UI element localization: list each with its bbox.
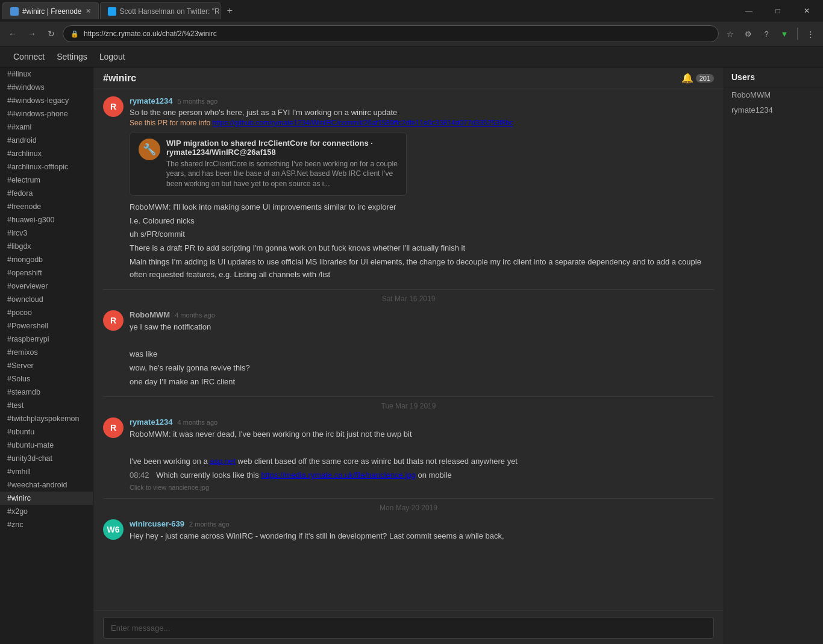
- simple-message: RoboMWM: I'll look into making some UI i…: [130, 201, 714, 214]
- reload-button[interactable]: ↻: [43, 26, 59, 42]
- star-button[interactable]: ☆: [722, 26, 738, 42]
- sidebar-item-weechat[interactable]: #weechat-android: [0, 478, 93, 492]
- sidebar-item-android[interactable]: #android: [0, 134, 93, 147]
- sidebar-item-openshift[interactable]: #openshift: [0, 266, 93, 280]
- simple-message: There is a draft PR to add scripting I'm…: [130, 242, 714, 255]
- sidebar-item-xaml[interactable]: ##xaml: [0, 120, 93, 134]
- sidebar-item-ircv3[interactable]: #ircv3: [0, 227, 93, 240]
- simple-message: Hey hey - just came across WinIRC - wond…: [130, 530, 714, 543]
- simple-message: RoboMWM: it was never dead, I've been wo…: [130, 428, 714, 442]
- sidebar-item-x2go[interactable]: #x2go: [0, 505, 93, 518]
- sidebar-item-twitchplays[interactable]: #twitchplayspokemon: [0, 412, 93, 425]
- browser-actions: ☆ ⚙ ? ▼ ⋮: [722, 26, 818, 42]
- bell-icon: 🔔: [681, 72, 693, 84]
- sidebar-item-powershell[interactable]: #Powershell: [0, 319, 93, 333]
- avatar: W6: [103, 519, 124, 540]
- url-bar[interactable]: 🔒 https://znc.rymate.co.uk/chat/2/%23win…: [63, 25, 719, 42]
- embed-icon: 🔧: [139, 139, 160, 160]
- sidebar-item-freenode[interactable]: #freenode: [0, 200, 93, 213]
- simple-message: ye I saw the notification: [130, 320, 714, 334]
- tab-twitter[interactable]: Scott Hanselman on Twitter: "R... ✕: [100, 2, 221, 19]
- sidebar-item-test[interactable]: #test: [0, 399, 93, 412]
- message-author: rymate1234: [130, 417, 173, 427]
- users-header: Users: [724, 67, 823, 87]
- sidebar-item-owncloud[interactable]: #owncloud: [0, 293, 93, 306]
- avatar: R: [103, 310, 124, 331]
- date-separator: Tue Mar 19 2019: [103, 396, 714, 410]
- nav-connect[interactable]: Connect: [7, 48, 51, 65]
- maximize-button[interactable]: □: [764, 0, 792, 22]
- sidebar-item-huawei[interactable]: #huawei-g300: [0, 213, 93, 227]
- sidebar-item-winirc[interactable]: #winirc: [0, 492, 93, 505]
- sidebar-item-mongodb[interactable]: #mongodb: [0, 253, 93, 266]
- simple-message: 08:42 Which currently looks like this ht…: [130, 469, 714, 483]
- simple-message: was like: [130, 348, 714, 361]
- message-author: winircuser-639: [130, 519, 184, 528]
- sidebar-item-unity3d[interactable]: #unity3d-chat: [0, 452, 93, 465]
- extension-button[interactable]: ⚙: [740, 26, 756, 42]
- simple-message: [130, 441, 714, 455]
- users-panel: Users RoboMWM rymate1234: [724, 67, 823, 644]
- aspnet-link[interactable]: asp.net: [210, 457, 236, 466]
- menu-button[interactable]: ⋮: [803, 26, 818, 42]
- tab-winirc[interactable]: #winirc | Freenode ✕: [2, 2, 99, 19]
- sidebar-item-steamdb[interactable]: #steamdb: [0, 386, 93, 399]
- message-group: R RoboMWM 4 months ago ye I saw the noti…: [103, 310, 714, 389]
- sidebar-item-overviewer[interactable]: #overviewer: [0, 280, 93, 293]
- sidebar-item-server[interactable]: #Server: [0, 359, 93, 372]
- user-item-rymate[interactable]: rymate1234: [724, 102, 823, 117]
- simple-message: one day I'll make an IRC client: [130, 375, 714, 389]
- tab-close-winirc[interactable]: ✕: [86, 7, 91, 15]
- simple-message: wow, he's really gonna revive this?: [130, 361, 714, 375]
- message-content: RoboMWM 4 months ago ye I saw the notifi…: [130, 310, 714, 389]
- simple-message: uh s/PR/commit: [130, 228, 714, 242]
- sidebar-item-remixos[interactable]: #remixos: [0, 346, 93, 359]
- sidebar-item-libgdx[interactable]: #libgdx: [0, 240, 93, 253]
- simple-message: I've been working on a asp.net web clien…: [130, 455, 714, 469]
- sidebar-item-linux[interactable]: ##linux: [0, 67, 93, 81]
- date-separator: Mon May 20 2019: [103, 498, 714, 512]
- chat-header: #winirc 🔔 201: [93, 67, 724, 89]
- message-time: 5 months ago: [178, 98, 218, 105]
- help-button[interactable]: ?: [759, 26, 774, 42]
- sidebar-item-windows-legacy[interactable]: ##windows-legacy: [0, 94, 93, 107]
- sidebar-item-solus[interactable]: #Solus: [0, 372, 93, 386]
- message-group: R rymate1234 4 months ago RoboMWM: it wa…: [103, 417, 714, 491]
- embed-body: WIP migration to shared IrcClientCore fo…: [166, 139, 398, 189]
- avatar: R: [103, 96, 124, 117]
- sidebar-item-windows[interactable]: ##windows: [0, 81, 93, 94]
- message-input[interactable]: [103, 617, 714, 639]
- message-header: rymate1234 4 months ago: [130, 417, 714, 427]
- chat-input-area: [93, 610, 724, 644]
- close-button[interactable]: ✕: [793, 0, 821, 22]
- sidebar-item-pocoo[interactable]: #pocoo: [0, 306, 93, 319]
- sidebar-item-ubuntu[interactable]: #ubuntu: [0, 425, 93, 439]
- sidebar-item-archlinux-offtopic[interactable]: #archlinux-offtopic: [0, 160, 93, 174]
- embed-card: 🔧 WIP migration to shared IrcClientCore …: [130, 132, 407, 196]
- notification-badge: 🔔 201: [681, 72, 714, 84]
- sidebar-item-znc[interactable]: #znc: [0, 518, 93, 531]
- forward-button[interactable]: →: [24, 26, 40, 42]
- message-header: winircuser-639 2 months ago: [130, 519, 714, 528]
- image-link[interactable]: https://media.rymate.co.uk/file/nancienc…: [261, 470, 416, 480]
- new-tab-button[interactable]: +: [222, 2, 239, 19]
- back-button[interactable]: ←: [5, 26, 20, 42]
- tab-favicon-twitter: [108, 7, 116, 16]
- sidebar-item-fedora[interactable]: #fedora: [0, 187, 93, 200]
- message-time: 4 months ago: [175, 311, 215, 319]
- message-content: rymate1234 4 months ago RoboMWM: it was …: [130, 417, 714, 491]
- nav-logout[interactable]: Logout: [93, 48, 131, 65]
- sidebar-item-vmhill[interactable]: #vmhill: [0, 465, 93, 478]
- sidebar-item-electrum[interactable]: #electrum: [0, 174, 93, 187]
- sidebar-item-ubuntu-mate[interactable]: #ubuntu-mate: [0, 439, 93, 452]
- simple-message: I.e. Coloured nicks: [130, 214, 714, 228]
- sidebar-item-raspberrypi[interactable]: #raspberrypi: [0, 333, 93, 346]
- pr-link[interactable]: https://github.com/rymate1234/WinIRC/com…: [212, 119, 513, 127]
- nav-settings[interactable]: Settings: [51, 48, 93, 65]
- sidebar-item-archlinux[interactable]: #archlinux: [0, 147, 93, 160]
- user-item-robomwm[interactable]: RoboMWM: [724, 87, 823, 102]
- sidebar-item-windows-phone[interactable]: ##windows-phone: [0, 107, 93, 120]
- minimize-button[interactable]: —: [735, 0, 763, 22]
- message-header: RoboMWM 4 months ago: [130, 310, 714, 319]
- message-content: winircuser-639 2 months ago Hey hey - ju…: [130, 519, 714, 543]
